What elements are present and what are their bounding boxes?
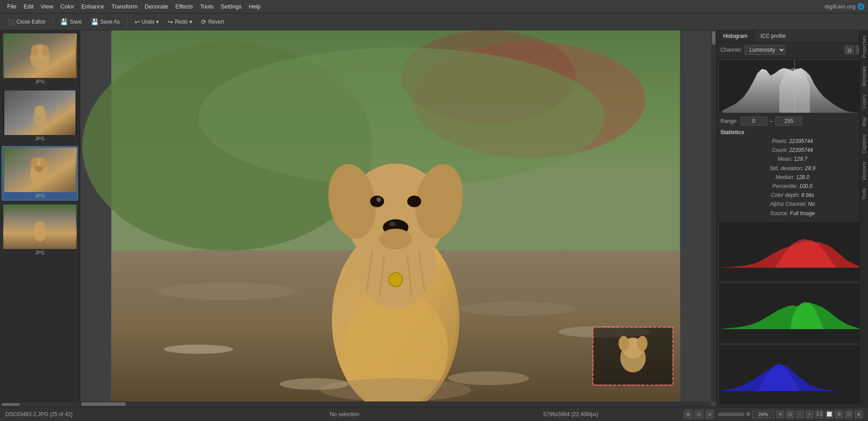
statusbar-icon-3[interactable]: ⊟: [705, 410, 714, 419]
statistics-grid: Pixels: 22395744 Count: 22395744 Mean: 1…: [720, 137, 864, 218]
stat-color-depth: Color depth: 8 bits: [720, 191, 864, 200]
stat-percentile: Percentile: 100.0: [720, 182, 864, 191]
stat-source: Source: Full Image: [720, 209, 864, 218]
tab-histogram[interactable]: Histogram: [717, 30, 754, 42]
menu-tools[interactable]: Tools: [197, 1, 217, 12]
statusbar-icon-1[interactable]: ⊞: [684, 410, 693, 419]
close-editor-button[interactable]: ⬛ Close Editor: [4, 16, 49, 27]
sidebar-tab-tools[interactable]: Tools: [860, 185, 868, 204]
thumbnail-image-3: [3, 147, 77, 192]
range-row: Range: –: [717, 115, 868, 127]
menu-edit[interactable]: Edit: [20, 1, 37, 12]
scroll-handle-vertical[interactable]: [712, 31, 716, 45]
svg-point-3: [31, 45, 38, 56]
thumbnail-label-1: JPG: [3, 78, 77, 85]
thumb-scroll-handle[interactable]: [2, 403, 20, 406]
menu-view[interactable]: View: [37, 1, 57, 12]
histogram-tabs: Histogram ICC profile: [717, 30, 868, 42]
close-editor-icon: ⬛: [7, 18, 15, 25]
sidebar-tab-properties[interactable]: Properties: [860, 32, 868, 61]
undo-dropdown-icon[interactable]: ▾: [156, 19, 159, 25]
redo-dropdown-icon[interactable]: ▾: [189, 19, 192, 25]
statusbar-dimensions: 5796x3864 (22.40Mpx): [458, 411, 684, 417]
thumbnail-item-4[interactable]: 🌐: [2, 203, 78, 258]
sidebar-tab-versions[interactable]: Versions: [860, 158, 868, 184]
svg-point-34: [370, 196, 384, 207]
revert-button[interactable]: ⟳ Revert: [197, 16, 227, 27]
svg-point-44: [389, 273, 403, 286]
zoom-percent-input[interactable]: [752, 410, 774, 418]
statusbar-icon-2[interactable]: ⊡: [695, 410, 703, 419]
redo-button[interactable]: ↪ Redo ▾: [164, 16, 196, 27]
menu-decorate[interactable]: Decorate: [141, 1, 172, 12]
stat-std-deviation: Std. deviation: 28.9: [720, 164, 864, 173]
redo-icon: ↪: [168, 18, 173, 25]
canvas-vertical-scrollbar[interactable]: [711, 30, 716, 401]
app-logo: digiKam.org 🌐: [825, 3, 864, 10]
scroll-handle-horizontal[interactable]: [81, 402, 126, 406]
zoom-fill-btn[interactable]: ⬜: [825, 410, 833, 418]
channel-row: Channel: Luminosity Red Green Blue ▤ ▣: [717, 42, 868, 58]
thumbnail-horizontal-scrollbar[interactable]: [0, 401, 80, 407]
thumbnail-image-4: [3, 204, 77, 249]
svg-point-4: [42, 45, 49, 56]
canvas-horizontal-scrollbar[interactable]: [80, 401, 711, 407]
thumbnail-item-1[interactable]: 🌐: [2, 32, 78, 86]
range-min-input[interactable]: [740, 117, 767, 126]
channel-select[interactable]: Luminosity Red Green Blue: [745, 45, 786, 55]
zoom-settings-btn[interactable]: ⚙: [835, 410, 843, 418]
svg-point-16: [35, 221, 45, 232]
zoom-fit-btn[interactable]: ⊡: [786, 410, 794, 418]
undo-button[interactable]: ↩ Undo ▾: [131, 16, 163, 27]
svg-point-47: [448, 371, 529, 385]
revert-icon: ⟳: [201, 18, 206, 25]
zoom-extra-btn[interactable]: ⊛: [855, 410, 863, 418]
range-separator: –: [770, 118, 773, 124]
save-as-button[interactable]: 💾 Save As: [87, 16, 123, 27]
menu-enhance[interactable]: Enhance: [78, 1, 107, 12]
svg-point-7: [35, 105, 45, 116]
range-label: Range:: [720, 118, 738, 124]
menu-effects[interactable]: Effects: [172, 1, 197, 12]
stat-median: Median: 128.0: [720, 173, 864, 182]
thumbnail-scroll[interactable]: 🌐: [0, 30, 80, 401]
menu-color[interactable]: Color: [57, 1, 78, 12]
sidebar-tab-metadata[interactable]: Metadata: [860, 62, 868, 90]
zoom-info-btn[interactable]: ⓘ: [845, 410, 853, 418]
statusbar-filename: DSC03483-2.JPG (25 of 42): [5, 411, 231, 417]
main-area: 🌐: [0, 30, 868, 407]
tab-icc-profile[interactable]: ICC profile: [754, 30, 793, 42]
undo-icon: ↩: [135, 18, 140, 25]
sidebar-tab-captions[interactable]: Captions: [860, 131, 868, 157]
thumbnail-panel: 🌐: [0, 30, 80, 407]
zoom-in-btn[interactable]: +: [806, 410, 814, 418]
menu-help[interactable]: Help: [245, 1, 264, 12]
menubar: File Edit View Color Enhance Transform D…: [0, 0, 868, 13]
thumbnail-label-3: JPG: [3, 192, 77, 199]
thumbnail-item-2[interactable]: 🌐: [2, 89, 78, 143]
svg-point-36: [377, 197, 381, 202]
canvas-area: [80, 30, 716, 407]
stat-alpha-channel: Alpha Channel: No: [720, 200, 864, 208]
svg-point-35: [407, 196, 421, 207]
toolbar-separator-2: [127, 17, 128, 27]
stat-mean: Mean: 129.7: [720, 155, 864, 163]
menu-transform[interactable]: Transform: [108, 1, 141, 12]
main-image[interactable]: [80, 30, 711, 401]
menu-settings[interactable]: Settings: [217, 1, 245, 12]
statusbar-slider[interactable]: [718, 413, 745, 416]
sidebar-tab-map[interactable]: Map: [860, 113, 868, 130]
menu-file[interactable]: File: [4, 1, 20, 12]
statusbar: DSC03483-2.JPG (25 of 42) No selection 5…: [0, 407, 868, 421]
statistics-title: Statistics: [720, 129, 864, 135]
sidebar-tab-colors[interactable]: Colors: [860, 91, 868, 112]
thumbnail-item-3[interactable]: 🌐: [2, 146, 78, 200]
range-max-input[interactable]: [775, 117, 802, 126]
save-button[interactable]: 💾 Save: [57, 16, 85, 27]
zoom-dropdown-btn[interactable]: ▾: [776, 410, 784, 418]
zoom-icon: ⊠: [746, 411, 750, 417]
thumbnail-image-1: [3, 33, 77, 78]
channel-icon-btn-1[interactable]: ▤: [845, 45, 854, 54]
zoom-actual-btn[interactable]: 1:1: [815, 410, 823, 418]
zoom-out-btn[interactable]: −: [796, 410, 804, 418]
